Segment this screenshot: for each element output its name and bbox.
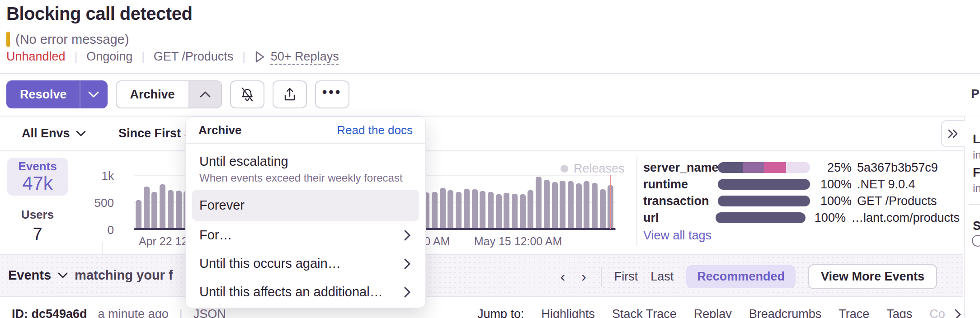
- archive-menu-item-until-escalating[interactable]: Until escalatingWhen events exceed their…: [192, 149, 419, 190]
- event-id: ID: dc549a6d: [12, 307, 87, 318]
- menu-item-label: Until this affects an additional…: [199, 285, 403, 299]
- user-circle-icon: [972, 235, 980, 247]
- archive-menu-item-for[interactable]: For…: [192, 221, 419, 249]
- events-stat-value: 47k: [22, 173, 53, 194]
- chart-bar: [160, 184, 165, 229]
- nav-separator: [601, 267, 602, 287]
- chart-bar: [496, 194, 502, 229]
- events-filter-note: matching your f: [75, 268, 173, 283]
- archive-menu-items: Until escalatingWhen events exceed their…: [186, 144, 425, 311]
- chart-legend[interactable]: Releases: [561, 162, 625, 176]
- chart-bar: [176, 191, 182, 229]
- chart-bar: [136, 200, 141, 229]
- previous-event-button[interactable]: ‹: [559, 268, 567, 285]
- archive-menu-item-until-this-affects-an-additional[interactable]: Until this affects an additional…: [192, 278, 419, 306]
- menu-item-label: For…: [199, 228, 403, 243]
- archive-menu-item-until-this-occurs-again[interactable]: Until this occurs again…: [192, 249, 419, 278]
- tag-percent: 100%: [810, 178, 852, 192]
- tag-row[interactable]: runtime100%.NET 9.0.4: [643, 178, 960, 191]
- events-dropdown[interactable]: Events matching your f: [8, 268, 173, 283]
- jump-to-link-tags[interactable]: Tags: [886, 307, 912, 318]
- badge-separator: |: [75, 50, 78, 63]
- tag-row[interactable]: transaction100%GET /Products: [643, 194, 960, 208]
- chart-bar: [512, 194, 518, 229]
- archive-menu-title: Archive: [198, 123, 241, 137]
- next-event-button[interactable]: ›: [580, 268, 588, 285]
- chart-bar: [576, 183, 582, 229]
- replays-count: 50+ Replays: [271, 50, 339, 64]
- issue-detail-page: Blocking call detected (No error message…: [0, 0, 980, 318]
- users-stat-value: 7: [7, 224, 68, 244]
- chart-bar: [592, 183, 598, 229]
- event-navigation: ‹ › First Last Recommended View More Eve…: [559, 255, 938, 298]
- mute-button[interactable]: [230, 80, 264, 108]
- tag-bar-segment: [718, 162, 743, 173]
- read-the-docs-link[interactable]: Read the docs: [337, 123, 413, 137]
- sidebar-text-fragment: S: [973, 219, 980, 233]
- chevron-right-icon: [403, 285, 412, 299]
- tag-key: transaction: [643, 194, 718, 208]
- y-tick-label: 1k: [87, 169, 114, 183]
- events-stat-card[interactable]: Events 47k: [7, 158, 68, 196]
- tag-percent: 25%: [810, 161, 852, 175]
- view-more-events-button[interactable]: View More Events: [808, 264, 937, 289]
- archive-button[interactable]: Archive: [117, 81, 189, 108]
- share-button[interactable]: [273, 80, 307, 108]
- chart-tags-separator: [636, 157, 637, 246]
- jump-to-link-trace[interactable]: Trace: [839, 307, 869, 318]
- chart-bar: [560, 181, 565, 229]
- sidebar-text-fragment: in: [973, 182, 980, 195]
- users-stat-card[interactable]: Users 7: [7, 208, 68, 244]
- tag-bar-segment: [764, 162, 786, 173]
- archive-menu-item-forever[interactable]: Forever: [192, 190, 419, 221]
- tag-bar-segment: [718, 179, 810, 190]
- chart-bar: [520, 194, 526, 229]
- recommended-toggle[interactable]: Recommended: [686, 265, 796, 288]
- jump-to-link-co[interactable]: Co: [929, 307, 945, 318]
- y-tick-label: 0: [87, 223, 114, 237]
- environment-filter[interactable]: All Envs: [22, 126, 86, 140]
- resolve-split-button: Resolve: [6, 80, 108, 108]
- tag-row[interactable]: server_name25%5a367b3b57c9: [643, 161, 960, 174]
- archive-dropdown-button[interactable]: [189, 81, 221, 108]
- chevron-right-icon: [403, 257, 412, 271]
- action-toolbar: Resolve Archive •••: [6, 80, 349, 108]
- tag-key: url: [643, 211, 716, 225]
- jump-to-bar: Jump to: HighlightsStack TraceReplayBrea…: [477, 307, 961, 318]
- chart-bar: [144, 187, 150, 229]
- tag-row[interactable]: url100%…lant.com/products: [643, 211, 960, 224]
- jump-to-link-highlights[interactable]: Highlights: [542, 307, 595, 318]
- chart-bar: [536, 177, 542, 229]
- jump-to-link-breadcrumbs[interactable]: Breadcrumbs: [749, 307, 822, 318]
- chevron-right-icon[interactable]: [954, 309, 961, 318]
- tag-key: server_name: [643, 161, 718, 175]
- sidebar-text-fragment: F: [973, 166, 980, 180]
- filter-bar: All Envs Since First Seen: [0, 116, 980, 150]
- first-event-link[interactable]: First: [614, 270, 638, 284]
- resolve-button[interactable]: Resolve: [7, 81, 80, 108]
- chart-bar: [568, 181, 574, 229]
- tag-distribution-bar: [718, 196, 810, 206]
- sidebar-divider: [969, 204, 980, 205]
- view-all-tags-link[interactable]: View all tags: [643, 229, 711, 243]
- jump-to-link-stack-trace[interactable]: Stack Trace: [612, 307, 677, 318]
- resolve-dropdown-button[interactable]: [80, 81, 107, 108]
- last-event-link[interactable]: Last: [650, 270, 674, 284]
- users-stat-label: Users: [7, 208, 68, 222]
- jump-to-link-replay[interactable]: Replay: [694, 307, 732, 318]
- more-actions-button[interactable]: •••: [315, 80, 349, 108]
- replays-link[interactable]: 50+ Replays: [254, 50, 339, 64]
- chart-bar: [432, 192, 438, 229]
- filter-divider: [0, 150, 963, 151]
- tag-distribution-bar: [718, 162, 810, 173]
- sidebar-collapse-button[interactable]: [941, 120, 965, 147]
- tag-value: GET /Products: [857, 194, 937, 208]
- chart-bar: [584, 181, 589, 229]
- chart-bar: [480, 191, 485, 229]
- chart-bar: [488, 192, 494, 229]
- chevron-right-icon: [403, 228, 412, 243]
- jump-to-links: HighlightsStack TraceReplayBreadcrumbsTr…: [542, 307, 945, 318]
- tag-bar-segment: [718, 196, 810, 206]
- event-timestamp[interactable]: a minute ago: [98, 307, 169, 318]
- tag-percent: 100%: [810, 194, 852, 208]
